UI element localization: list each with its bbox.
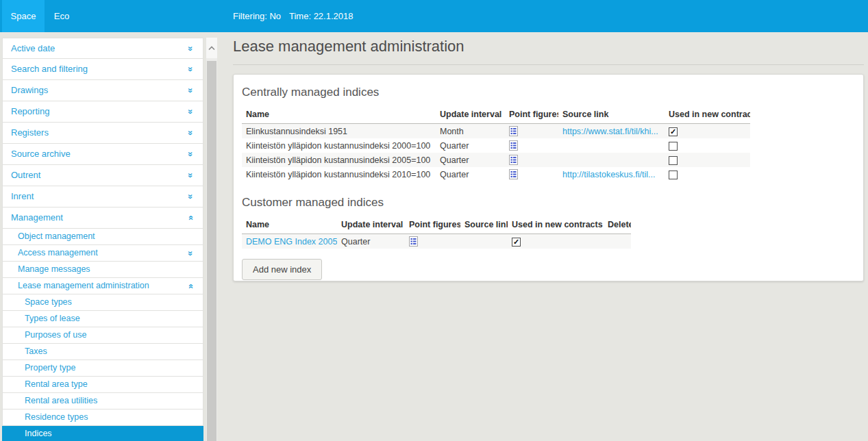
chevron-icon[interactable]: » <box>185 170 196 181</box>
source-link[interactable]: https://www.stat.fi/til/khi... <box>562 127 658 136</box>
sidebar-item-space-types[interactable]: Space types <box>2 294 203 311</box>
index-update-interval: Month <box>436 124 505 139</box>
column-header-update-interval: Update interval <box>436 108 505 124</box>
sidebar-item-label: Lease management administration <box>18 281 149 290</box>
sidebar-item-label: Space types <box>25 297 72 307</box>
chevron-icon[interactable]: » <box>185 43 196 54</box>
sidebar-item-label: Search and filtering <box>11 64 88 74</box>
sidebar-item-label: Drawings <box>11 85 48 95</box>
chevron-icon[interactable]: » <box>185 106 196 117</box>
column-header-source-link: Source link <box>558 108 665 124</box>
used-in-new-contracts-checkbox[interactable]: ✓ <box>512 238 521 247</box>
filtering-status: Filtering: No <box>233 0 281 32</box>
sidebar-item-manage-messages[interactable]: Manage messages <box>2 262 203 278</box>
sidebar-item-reporting[interactable]: Reporting » <box>2 101 203 123</box>
chevron-icon[interactable]: » <box>185 85 196 96</box>
delete-cell <box>604 234 631 249</box>
column-header-point-figures: Point figures <box>505 108 558 124</box>
chevron-icon[interactable]: » <box>185 281 196 292</box>
index-name: Kiinteistön ylläpidon kustannusindeksi 2… <box>242 153 436 167</box>
sidebar-item-source-archive[interactable]: Source archive » <box>2 144 203 165</box>
customer-index-row: DEMO ENG Index 2005 Quarter ✓ <box>242 234 631 249</box>
sidebar-item-label: Access management <box>18 248 98 257</box>
sidebar-nav: Active date » Search and filtering » Dra… <box>2 38 203 441</box>
index-name: Kiinteistön ylläpidon kustannusindeksi 2… <box>242 138 436 153</box>
sidebar-item-property-type[interactable]: Property type <box>2 360 203 377</box>
sidebar-item-rental-area-utilities[interactable]: Rental area utilities <box>2 393 203 410</box>
sidebar-item-label: Taxes <box>25 346 47 356</box>
point-figures-icon[interactable] <box>409 236 418 247</box>
sidebar-item-drawings[interactable]: Drawings » <box>2 80 203 101</box>
customer-indices-title: Customer managed indices <box>242 196 863 210</box>
app-header: Space Eco Filtering: No Time: 22.1.2018 <box>0 0 868 32</box>
sidebar-item-lease-management-administration[interactable]: Lease management administration » <box>2 278 203 294</box>
scrollbar-thumb[interactable] <box>207 61 216 441</box>
index-name: Elinkustannusindeksi 1951 <box>242 124 436 139</box>
sidebar-item-label: Registers <box>11 127 49 138</box>
sidebar-item-object-management[interactable]: Object management <box>2 229 203 245</box>
point-figures-icon[interactable] <box>509 155 518 165</box>
column-header-source-link: Source link <box>460 218 508 234</box>
used-in-new-contracts-checkbox[interactable] <box>669 171 678 179</box>
point-figures-icon[interactable] <box>509 169 518 179</box>
sidebar-item-label: Rental area type <box>25 379 88 389</box>
sidebar-item-label: Object management <box>18 231 95 241</box>
index-update-interval: Quarter <box>436 167 505 181</box>
sidebar-item-rental-area-type[interactable]: Rental area type <box>2 377 203 393</box>
chevron-icon[interactable]: » <box>185 191 196 202</box>
tab-eco[interactable]: Eco <box>45 0 79 32</box>
column-header-name: Name <box>242 108 436 124</box>
central-index-row: Kiinteistön ylläpidon kustannusindeksi 2… <box>242 138 750 153</box>
tab-space[interactable]: Space <box>2 0 45 32</box>
sidebar-item-label: Indices <box>25 429 52 438</box>
time-status: Time: 22.1.2018 <box>289 0 353 32</box>
used-in-new-contracts-checkbox[interactable] <box>669 142 678 151</box>
sidebar-item-label: Rental area utilities <box>25 396 97 405</box>
point-figures-icon[interactable] <box>509 126 518 136</box>
sidebar-item-label: Manage messages <box>18 264 90 274</box>
central-table-header-row: Name Update interval Point figures Sourc… <box>242 108 750 124</box>
chevron-icon[interactable]: » <box>185 127 196 138</box>
sidebar-item-access-management[interactable]: Access management » <box>2 245 203 262</box>
point-figures-icon[interactable] <box>509 140 518 151</box>
add-new-index-button[interactable]: Add new index <box>242 259 322 280</box>
sidebar-item-label: Management <box>11 212 63 223</box>
sidebar-item-label: Residence types <box>25 412 88 422</box>
central-indices-title: Centrally managed indices <box>242 86 863 99</box>
sidebar-item-label: Active date <box>11 43 55 53</box>
used-in-new-contracts-checkbox[interactable]: ✓ <box>669 127 678 136</box>
used-in-new-contracts-checkbox[interactable] <box>669 156 678 165</box>
chevron-icon[interactable]: » <box>185 64 196 75</box>
sidebar-item-label: Types of lease <box>25 314 80 323</box>
sidebar-item-residence-types[interactable]: Residence types <box>2 410 203 426</box>
chevron-icon[interactable]: » <box>185 212 196 223</box>
index-name-link[interactable]: DEMO ENG Index 2005 <box>246 237 337 247</box>
sidebar-item-taxes[interactable]: Taxes <box>2 344 203 360</box>
column-header-point-figures: Point figures <box>405 218 460 234</box>
sidebar-item-label: Outrent <box>11 170 40 180</box>
sidebar-item-search-and-filtering[interactable]: Search and filtering » <box>2 59 203 80</box>
index-update-interval: Quarter <box>337 234 405 249</box>
sidebar-item-management[interactable]: Management » <box>2 207 203 229</box>
column-header-name: Name <box>242 218 337 234</box>
sidebar-scrollbar[interactable] <box>206 38 217 441</box>
title-divider <box>233 64 864 65</box>
index-name: Kiinteistön ylläpidon kustannusindeksi 2… <box>242 167 436 181</box>
source-link[interactable]: http://tilastokeskus.fi/til... <box>562 170 655 179</box>
column-header-used-in-new-contracts: Used in new contracts <box>665 108 750 124</box>
sidebar-item-inrent[interactable]: Inrent » <box>2 186 203 207</box>
customer-table-header-row: Name Update interval Point figures Sourc… <box>242 218 631 234</box>
sidebar-item-types-of-lease[interactable]: Types of lease <box>2 311 203 327</box>
sidebar-item-outrent[interactable]: Outrent » <box>2 165 203 186</box>
sidebar-item-label: Inrent <box>11 191 34 201</box>
page-title: Lease management administration <box>233 38 464 55</box>
sidebar-item-registers[interactable]: Registers » <box>2 123 203 144</box>
sidebar-item-purposes-of-use[interactable]: Purposes of use <box>2 327 203 344</box>
chevron-icon[interactable]: » <box>185 248 196 259</box>
sidebar-item-active-date[interactable]: Active date » <box>2 38 203 59</box>
sidebar-item-indices[interactable]: Indices <box>2 426 203 441</box>
chevron-icon[interactable]: » <box>185 149 196 160</box>
central-index-row: Elinkustannusindeksi 1951 Month https://… <box>242 124 750 139</box>
customer-indices-table: Name Update interval Point figures Sourc… <box>242 218 631 249</box>
scroll-up-arrow-icon[interactable] <box>206 38 217 58</box>
